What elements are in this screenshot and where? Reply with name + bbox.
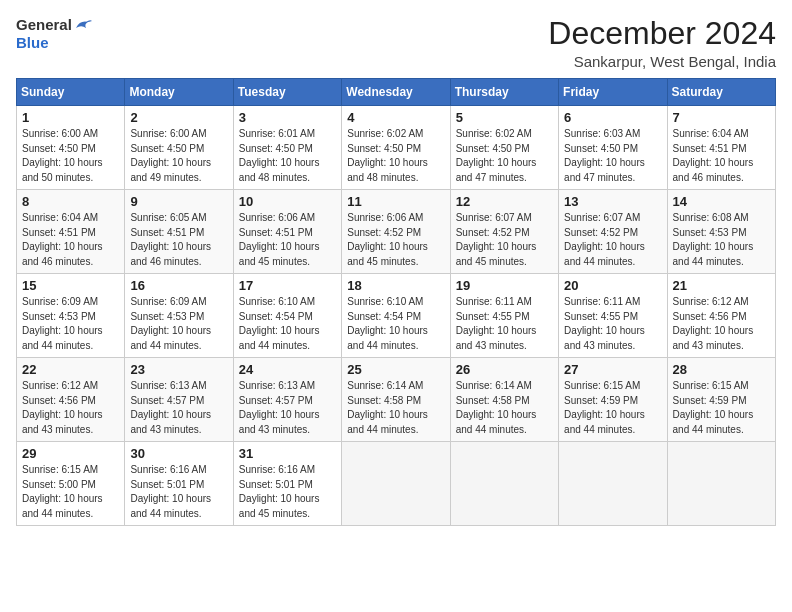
calendar-week-row: 29Sunrise: 6:15 AM Sunset: 5:00 PM Dayli… — [17, 442, 776, 526]
calendar-week-row: 1Sunrise: 6:00 AM Sunset: 4:50 PM Daylig… — [17, 106, 776, 190]
logo: General Blue — [16, 16, 92, 52]
day-number: 25 — [347, 362, 444, 377]
logo-general-text: General — [16, 16, 72, 34]
day-number: 12 — [456, 194, 553, 209]
weekday-header-friday: Friday — [559, 79, 667, 106]
day-number: 20 — [564, 278, 661, 293]
calendar-cell — [667, 442, 775, 526]
day-info: Sunrise: 6:04 AM Sunset: 4:51 PM Dayligh… — [673, 127, 770, 185]
day-info: Sunrise: 6:15 AM Sunset: 5:00 PM Dayligh… — [22, 463, 119, 521]
calendar-week-row: 8Sunrise: 6:04 AM Sunset: 4:51 PM Daylig… — [17, 190, 776, 274]
day-info: Sunrise: 6:06 AM Sunset: 4:52 PM Dayligh… — [347, 211, 444, 269]
calendar-week-row: 15Sunrise: 6:09 AM Sunset: 4:53 PM Dayli… — [17, 274, 776, 358]
day-number: 28 — [673, 362, 770, 377]
calendar-cell: 21Sunrise: 6:12 AM Sunset: 4:56 PM Dayli… — [667, 274, 775, 358]
calendar-cell: 17Sunrise: 6:10 AM Sunset: 4:54 PM Dayli… — [233, 274, 341, 358]
day-info: Sunrise: 6:13 AM Sunset: 4:57 PM Dayligh… — [239, 379, 336, 437]
calendar-cell: 3Sunrise: 6:01 AM Sunset: 4:50 PM Daylig… — [233, 106, 341, 190]
day-info: Sunrise: 6:08 AM Sunset: 4:53 PM Dayligh… — [673, 211, 770, 269]
day-number: 18 — [347, 278, 444, 293]
day-number: 30 — [130, 446, 227, 461]
day-number: 26 — [456, 362, 553, 377]
calendar-cell — [559, 442, 667, 526]
calendar-cell: 5Sunrise: 6:02 AM Sunset: 4:50 PM Daylig… — [450, 106, 558, 190]
calendar-cell: 24Sunrise: 6:13 AM Sunset: 4:57 PM Dayli… — [233, 358, 341, 442]
calendar-cell: 2Sunrise: 6:00 AM Sunset: 4:50 PM Daylig… — [125, 106, 233, 190]
day-info: Sunrise: 6:14 AM Sunset: 4:58 PM Dayligh… — [456, 379, 553, 437]
calendar-cell: 28Sunrise: 6:15 AM Sunset: 4:59 PM Dayli… — [667, 358, 775, 442]
weekday-header-wednesday: Wednesday — [342, 79, 450, 106]
day-number: 27 — [564, 362, 661, 377]
day-info: Sunrise: 6:00 AM Sunset: 4:50 PM Dayligh… — [130, 127, 227, 185]
calendar-cell: 7Sunrise: 6:04 AM Sunset: 4:51 PM Daylig… — [667, 106, 775, 190]
day-info: Sunrise: 6:10 AM Sunset: 4:54 PM Dayligh… — [239, 295, 336, 353]
day-number: 5 — [456, 110, 553, 125]
calendar-cell: 10Sunrise: 6:06 AM Sunset: 4:51 PM Dayli… — [233, 190, 341, 274]
day-info: Sunrise: 6:11 AM Sunset: 4:55 PM Dayligh… — [564, 295, 661, 353]
calendar-cell: 11Sunrise: 6:06 AM Sunset: 4:52 PM Dayli… — [342, 190, 450, 274]
calendar-cell: 19Sunrise: 6:11 AM Sunset: 4:55 PM Dayli… — [450, 274, 558, 358]
weekday-header-monday: Monday — [125, 79, 233, 106]
calendar-cell: 20Sunrise: 6:11 AM Sunset: 4:55 PM Dayli… — [559, 274, 667, 358]
day-number: 29 — [22, 446, 119, 461]
day-info: Sunrise: 6:01 AM Sunset: 4:50 PM Dayligh… — [239, 127, 336, 185]
day-number: 17 — [239, 278, 336, 293]
day-number: 4 — [347, 110, 444, 125]
weekday-header-tuesday: Tuesday — [233, 79, 341, 106]
day-info: Sunrise: 6:06 AM Sunset: 4:51 PM Dayligh… — [239, 211, 336, 269]
day-info: Sunrise: 6:15 AM Sunset: 4:59 PM Dayligh… — [564, 379, 661, 437]
day-number: 6 — [564, 110, 661, 125]
day-number: 13 — [564, 194, 661, 209]
weekday-header-sunday: Sunday — [17, 79, 125, 106]
day-number: 2 — [130, 110, 227, 125]
calendar-cell: 22Sunrise: 6:12 AM Sunset: 4:56 PM Dayli… — [17, 358, 125, 442]
day-info: Sunrise: 6:16 AM Sunset: 5:01 PM Dayligh… — [130, 463, 227, 521]
day-info: Sunrise: 6:09 AM Sunset: 4:53 PM Dayligh… — [22, 295, 119, 353]
calendar-cell: 8Sunrise: 6:04 AM Sunset: 4:51 PM Daylig… — [17, 190, 125, 274]
day-info: Sunrise: 6:16 AM Sunset: 5:01 PM Dayligh… — [239, 463, 336, 521]
calendar-week-row: 22Sunrise: 6:12 AM Sunset: 4:56 PM Dayli… — [17, 358, 776, 442]
day-info: Sunrise: 6:05 AM Sunset: 4:51 PM Dayligh… — [130, 211, 227, 269]
day-info: Sunrise: 6:12 AM Sunset: 4:56 PM Dayligh… — [673, 295, 770, 353]
calendar-cell — [450, 442, 558, 526]
day-number: 8 — [22, 194, 119, 209]
day-number: 15 — [22, 278, 119, 293]
day-number: 11 — [347, 194, 444, 209]
calendar-cell: 12Sunrise: 6:07 AM Sunset: 4:52 PM Dayli… — [450, 190, 558, 274]
calendar-table: SundayMondayTuesdayWednesdayThursdayFrid… — [16, 78, 776, 526]
month-title: December 2024 — [548, 16, 776, 51]
calendar-cell: 14Sunrise: 6:08 AM Sunset: 4:53 PM Dayli… — [667, 190, 775, 274]
day-number: 31 — [239, 446, 336, 461]
day-info: Sunrise: 6:04 AM Sunset: 4:51 PM Dayligh… — [22, 211, 119, 269]
day-info: Sunrise: 6:10 AM Sunset: 4:54 PM Dayligh… — [347, 295, 444, 353]
day-number: 16 — [130, 278, 227, 293]
day-number: 19 — [456, 278, 553, 293]
weekday-header-saturday: Saturday — [667, 79, 775, 106]
day-info: Sunrise: 6:14 AM Sunset: 4:58 PM Dayligh… — [347, 379, 444, 437]
title-area: December 2024 Sankarpur, West Bengal, In… — [548, 16, 776, 70]
calendar-cell: 13Sunrise: 6:07 AM Sunset: 4:52 PM Dayli… — [559, 190, 667, 274]
day-info: Sunrise: 6:13 AM Sunset: 4:57 PM Dayligh… — [130, 379, 227, 437]
location-title: Sankarpur, West Bengal, India — [548, 53, 776, 70]
day-number: 21 — [673, 278, 770, 293]
calendar-cell: 25Sunrise: 6:14 AM Sunset: 4:58 PM Dayli… — [342, 358, 450, 442]
day-number: 10 — [239, 194, 336, 209]
weekday-header-row: SundayMondayTuesdayWednesdayThursdayFrid… — [17, 79, 776, 106]
calendar-cell: 16Sunrise: 6:09 AM Sunset: 4:53 PM Dayli… — [125, 274, 233, 358]
calendar-cell: 26Sunrise: 6:14 AM Sunset: 4:58 PM Dayli… — [450, 358, 558, 442]
calendar-cell: 15Sunrise: 6:09 AM Sunset: 4:53 PM Dayli… — [17, 274, 125, 358]
calendar-cell: 6Sunrise: 6:03 AM Sunset: 4:50 PM Daylig… — [559, 106, 667, 190]
calendar-cell: 9Sunrise: 6:05 AM Sunset: 4:51 PM Daylig… — [125, 190, 233, 274]
weekday-header-thursday: Thursday — [450, 79, 558, 106]
calendar-cell: 30Sunrise: 6:16 AM Sunset: 5:01 PM Dayli… — [125, 442, 233, 526]
day-info: Sunrise: 6:15 AM Sunset: 4:59 PM Dayligh… — [673, 379, 770, 437]
day-info: Sunrise: 6:02 AM Sunset: 4:50 PM Dayligh… — [347, 127, 444, 185]
logo-blue-text: Blue — [16, 34, 49, 52]
day-number: 22 — [22, 362, 119, 377]
calendar-cell: 1Sunrise: 6:00 AM Sunset: 4:50 PM Daylig… — [17, 106, 125, 190]
day-number: 1 — [22, 110, 119, 125]
header: General Blue December 2024 Sankarpur, We… — [16, 16, 776, 70]
day-info: Sunrise: 6:03 AM Sunset: 4:50 PM Dayligh… — [564, 127, 661, 185]
day-number: 23 — [130, 362, 227, 377]
logo-bird-icon — [74, 18, 92, 32]
